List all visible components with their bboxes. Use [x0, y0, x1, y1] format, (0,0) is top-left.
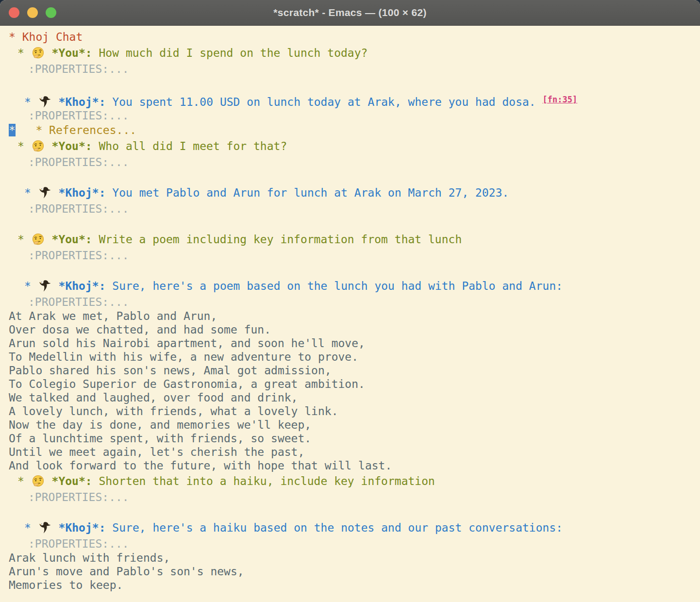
text-segment: *	[24, 521, 38, 534]
properties-drawer-line[interactable]: :PROPERTIES:...	[0, 155, 700, 169]
text-segment: To Colegio Superior de Gastronomia, a gr…	[9, 378, 365, 390]
text-segment	[52, 521, 59, 534]
text-segment: Memories to keep.	[9, 579, 123, 591]
blank-line	[0, 263, 700, 277]
properties-drawer-line[interactable]: :PROPERTIES:...	[0, 62, 700, 76]
blank-line	[0, 169, 700, 184]
text-segment: *Khoj*:	[59, 280, 106, 292]
text-segment: *	[24, 280, 38, 292]
text-segment: *You*:	[52, 233, 92, 246]
chat-message-khoj[interactable]: * *Khoj*: Sure, here's a poem based on t…	[0, 277, 700, 295]
text-segment: *	[24, 186, 38, 199]
editor-buffer[interactable]: * Khoj Chat* *You*: How much did I spend…	[0, 26, 700, 592]
poem-line: Of a lunchtime spent, with friends, so s…	[0, 432, 700, 445]
text-segment: *	[17, 47, 31, 59]
properties-drawer-line[interactable]: :PROPERTIES:...	[0, 201, 700, 216]
thinking-face-emoji	[32, 233, 45, 246]
properties-drawer-line[interactable]: :PROPERTIES:...	[0, 295, 700, 309]
haiku-line: Arak lunch with friends,	[0, 551, 700, 565]
close-button[interactable]	[9, 7, 19, 18]
text-segment: *	[17, 140, 31, 152]
text-segment: Until we meet again, let's cherish the p…	[9, 446, 304, 458]
text-segment: And look forward to the future, with hop…	[9, 459, 392, 472]
text-segment: :PROPERTIES:...	[28, 63, 129, 75]
thinking-face-emoji	[32, 140, 45, 152]
text-segment: Shorten that into a haiku, include key i…	[92, 475, 435, 487]
chat-message-khoj[interactable]: * *Khoj*: You spent 11.00 USD on lunch t…	[0, 91, 700, 108]
properties-drawer-line[interactable]: :PROPERTIES:...	[0, 108, 700, 123]
text-segment: :PROPERTIES:...	[28, 491, 129, 503]
poem-line: Over dosa we chatted, and had some fun.	[0, 323, 700, 336]
poem-line: We talked and laughed, over food and dri…	[0, 391, 700, 404]
eagle-emoji	[38, 186, 51, 199]
text-segment	[45, 475, 52, 487]
text-segment: *Khoj*:	[59, 186, 106, 199]
text-segment: :PROPERTIES:...	[28, 249, 129, 262]
poem-line: And look forward to the future, with hop…	[0, 459, 700, 472]
chat-message-you[interactable]: * *You*: Shorten that into a haiku, incl…	[0, 472, 700, 490]
text-segment: :PROPERTIES:...	[28, 296, 129, 308]
poem-line: To Medellin with his wife, a new adventu…	[0, 350, 700, 364]
text-segment: Over dosa we chatted, and had some fun.	[9, 323, 271, 336]
text-segment	[45, 233, 52, 246]
poem-line: To Colegio Superior de Gastronomia, a gr…	[0, 377, 700, 391]
text-segment: *	[17, 475, 31, 487]
text-segment: *You*:	[52, 47, 92, 59]
text-cursor: *	[9, 124, 16, 136]
text-segment: :PROPERTIES:...	[28, 156, 129, 168]
poem-line: Until we meet again, let's cherish the p…	[0, 445, 700, 459]
text-segment: To Medellin with his wife, a new adventu…	[9, 351, 358, 363]
haiku-line: Arun's move and Pablo's son's news,	[0, 565, 700, 578]
properties-drawer-line[interactable]: :PROPERTIES:...	[0, 248, 700, 263]
properties-drawer-line[interactable]: :PROPERTIES:...	[0, 536, 700, 551]
text-segment: *Khoj*:	[59, 96, 106, 108]
window-title: *scratch* - Emacs — (100 × 62)	[0, 7, 700, 18]
chat-message-you[interactable]: * *You*: Who all did I meet for that?	[0, 137, 700, 155]
eagle-emoji	[38, 96, 51, 108]
text-segment: Arak lunch with friends,	[9, 552, 170, 564]
text-segment: Pablo shared his son's news, Amal got ad…	[9, 364, 332, 377]
text-segment	[45, 47, 52, 59]
poem-line: Pablo shared his son's news, Amal got ad…	[0, 364, 700, 377]
blank-line	[0, 216, 700, 231]
references-heading-line[interactable]: * * References...	[0, 123, 700, 137]
window-titlebar[interactable]: *scratch* - Emacs — (100 × 62)	[0, 0, 700, 26]
minimize-button[interactable]	[27, 7, 38, 18]
text-segment: *	[24, 96, 38, 108]
chat-message-khoj[interactable]: * *Khoj*: You met Pablo and Arun for lun…	[0, 184, 700, 201]
buffer-title-heading[interactable]: * Khoj Chat	[0, 30, 700, 44]
poem-line: Now the day is done, and memories we'll …	[0, 418, 700, 432]
text-segment: Who all did I meet for that?	[92, 140, 287, 152]
text-segment: Sure, here's a haiku based on the notes …	[106, 521, 563, 534]
text-segment: :PROPERTIES:...	[28, 109, 129, 122]
footnote-link[interactable]: [fn:35]	[543, 95, 578, 104]
properties-drawer-line[interactable]: :PROPERTIES:...	[0, 490, 700, 504]
text-segment	[45, 140, 52, 152]
text-segment: * References...	[16, 124, 136, 136]
blank-line	[0, 76, 700, 91]
text-segment: You spent 11.00 USD on lunch today at Ar…	[106, 96, 543, 108]
eagle-emoji	[38, 521, 51, 534]
text-segment: We talked and laughed, over food and dri…	[9, 391, 298, 404]
chat-message-you[interactable]: * *You*: Write a poem including key info…	[0, 231, 700, 248]
window-controls	[9, 0, 56, 25]
eagle-emoji	[38, 280, 51, 292]
text-segment: You met Pablo and Arun for lunch at Arak…	[106, 186, 509, 199]
thinking-face-emoji	[32, 475, 45, 487]
text-segment	[52, 96, 59, 108]
chat-message-you[interactable]: * *You*: How much did I spend on the lun…	[0, 44, 700, 62]
text-segment: *Khoj*:	[59, 521, 106, 534]
poem-line: A lovely lunch, with friends, what a lov…	[0, 404, 700, 418]
haiku-line: Memories to keep.	[0, 578, 700, 592]
text-segment: Arun's move and Pablo's son's news,	[9, 565, 244, 578]
text-segment: A lovely lunch, with friends, what a lov…	[9, 405, 338, 418]
text-segment	[52, 186, 59, 199]
text-segment: *	[17, 233, 31, 246]
text-segment: * Khoj Chat	[9, 31, 83, 43]
text-segment: At Arak we met, Pablo and Arun,	[9, 310, 217, 322]
chat-message-khoj[interactable]: * *Khoj*: Sure, here's a haiku based on …	[0, 519, 700, 536]
emacs-window: *scratch* - Emacs — (100 × 62) * Khoj Ch…	[0, 0, 700, 602]
text-segment: How much did I spend on the lunch today?	[92, 47, 368, 59]
text-segment: Now the day is done, and memories we'll …	[9, 418, 311, 431]
zoom-button[interactable]	[46, 7, 56, 18]
